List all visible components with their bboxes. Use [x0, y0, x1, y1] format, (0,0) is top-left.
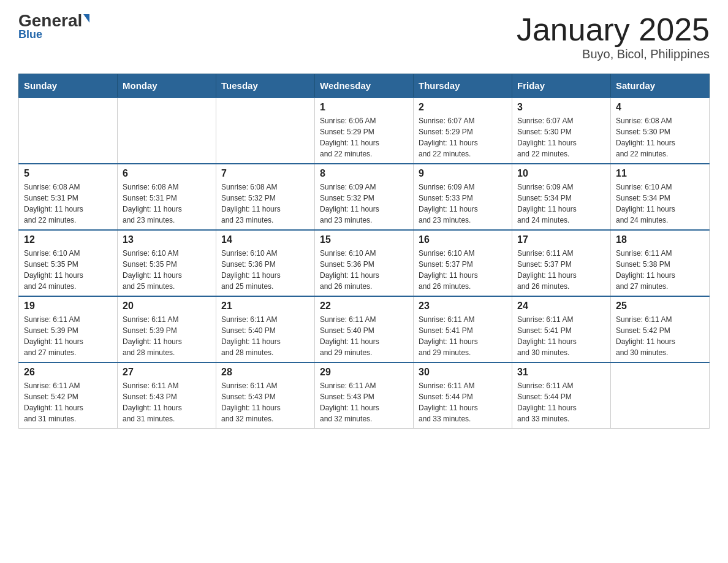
calendar-cell: 13Sunrise: 6:10 AMSunset: 5:35 PMDayligh…: [118, 230, 216, 296]
day-number: 30: [419, 367, 507, 378]
weekday-header-saturday: Saturday: [611, 74, 710, 98]
day-number: 2: [419, 102, 507, 113]
calendar-cell: 14Sunrise: 6:10 AMSunset: 5:36 PMDayligh…: [216, 230, 315, 296]
day-info: Sunrise: 6:09 AMSunset: 5:34 PMDaylight:…: [517, 182, 605, 226]
calendar-cell: [611, 362, 710, 429]
calendar-cell: 25Sunrise: 6:11 AMSunset: 5:42 PMDayligh…: [611, 296, 710, 362]
calendar-table: SundayMondayTuesdayWednesdayThursdayFrid…: [18, 74, 710, 429]
day-number: 19: [24, 301, 112, 312]
calendar-cell: 3Sunrise: 6:07 AMSunset: 5:30 PMDaylight…: [512, 98, 611, 164]
calendar-cell: 16Sunrise: 6:10 AMSunset: 5:37 PMDayligh…: [414, 230, 512, 296]
day-number: 12: [24, 234, 112, 245]
location-title: Buyo, Bicol, Philippines: [517, 47, 710, 61]
title-area: January 2025 Buyo, Bicol, Philippines: [517, 12, 710, 61]
calendar-cell: 18Sunrise: 6:11 AMSunset: 5:38 PMDayligh…: [611, 230, 710, 296]
day-info: Sunrise: 6:11 AMSunset: 5:40 PMDaylight:…: [320, 314, 408, 358]
day-info: Sunrise: 6:11 AMSunset: 5:39 PMDaylight:…: [24, 314, 112, 358]
calendar-cell: 31Sunrise: 6:11 AMSunset: 5:44 PMDayligh…: [512, 362, 611, 429]
day-number: 6: [123, 168, 211, 179]
day-number: 22: [320, 301, 408, 312]
day-info: Sunrise: 6:11 AMSunset: 5:44 PMDaylight:…: [419, 380, 507, 424]
day-info: Sunrise: 6:11 AMSunset: 5:43 PMDaylight:…: [320, 380, 408, 424]
calendar-cell: 17Sunrise: 6:11 AMSunset: 5:37 PMDayligh…: [512, 230, 611, 296]
week-row-1: 1Sunrise: 6:06 AMSunset: 5:29 PMDaylight…: [19, 98, 710, 164]
calendar-cell: 29Sunrise: 6:11 AMSunset: 5:43 PMDayligh…: [315, 362, 414, 429]
calendar-cell: 20Sunrise: 6:11 AMSunset: 5:39 PMDayligh…: [118, 296, 216, 362]
week-row-4: 19Sunrise: 6:11 AMSunset: 5:39 PMDayligh…: [19, 296, 710, 362]
day-info: Sunrise: 6:11 AMSunset: 5:44 PMDaylight:…: [517, 380, 605, 424]
day-info: Sunrise: 6:08 AMSunset: 5:32 PMDaylight:…: [221, 182, 309, 226]
day-number: 29: [320, 367, 408, 378]
day-number: 11: [616, 168, 704, 179]
day-info: Sunrise: 6:11 AMSunset: 5:42 PMDaylight:…: [24, 380, 112, 424]
calendar-cell: 23Sunrise: 6:11 AMSunset: 5:41 PMDayligh…: [414, 296, 512, 362]
day-number: 24: [517, 301, 605, 312]
calendar-cell: 5Sunrise: 6:08 AMSunset: 5:31 PMDaylight…: [19, 164, 118, 230]
day-info: Sunrise: 6:11 AMSunset: 5:37 PMDaylight:…: [517, 248, 605, 292]
calendar-cell: 19Sunrise: 6:11 AMSunset: 5:39 PMDayligh…: [19, 296, 118, 362]
day-info: Sunrise: 6:10 AMSunset: 5:36 PMDaylight:…: [320, 248, 408, 292]
day-info: Sunrise: 6:11 AMSunset: 5:40 PMDaylight:…: [221, 314, 309, 358]
month-title: January 2025: [517, 12, 710, 47]
day-number: 7: [221, 168, 309, 179]
day-number: 31: [517, 367, 605, 378]
calendar-cell: 6Sunrise: 6:08 AMSunset: 5:31 PMDaylight…: [118, 164, 216, 230]
day-number: 28: [221, 367, 309, 378]
day-number: 1: [320, 102, 408, 113]
week-row-5: 26Sunrise: 6:11 AMSunset: 5:42 PMDayligh…: [19, 362, 710, 429]
weekday-header-thursday: Thursday: [414, 74, 512, 98]
day-info: Sunrise: 6:11 AMSunset: 5:43 PMDaylight:…: [221, 380, 309, 424]
weekday-header-wednesday: Wednesday: [315, 74, 414, 98]
day-info: Sunrise: 6:10 AMSunset: 5:37 PMDaylight:…: [419, 248, 507, 292]
day-number: 13: [123, 234, 211, 245]
day-number: 18: [616, 234, 704, 245]
calendar-cell: 22Sunrise: 6:11 AMSunset: 5:40 PMDayligh…: [315, 296, 414, 362]
calendar-cell: 4Sunrise: 6:08 AMSunset: 5:30 PMDaylight…: [611, 98, 710, 164]
day-info: Sunrise: 6:09 AMSunset: 5:32 PMDaylight:…: [320, 182, 408, 226]
logo-main-text: General: [18, 12, 82, 29]
calendar-cell: [19, 98, 118, 164]
calendar-cell: 15Sunrise: 6:10 AMSunset: 5:36 PMDayligh…: [315, 230, 414, 296]
calendar-cell: 11Sunrise: 6:10 AMSunset: 5:34 PMDayligh…: [611, 164, 710, 230]
day-info: Sunrise: 6:08 AMSunset: 5:31 PMDaylight:…: [24, 182, 112, 226]
day-number: 15: [320, 234, 408, 245]
day-info: Sunrise: 6:10 AMSunset: 5:34 PMDaylight:…: [616, 182, 704, 226]
logo-sub-text: Blue: [18, 28, 42, 41]
weekday-header-row: SundayMondayTuesdayWednesdayThursdayFrid…: [19, 74, 710, 98]
day-number: 26: [24, 367, 112, 378]
day-number: 27: [123, 367, 211, 378]
day-number: 8: [320, 168, 408, 179]
day-info: Sunrise: 6:11 AMSunset: 5:43 PMDaylight:…: [123, 380, 211, 424]
logo: General Blue: [18, 12, 89, 41]
header: General Blue January 2025 Buyo, Bicol, P…: [18, 12, 710, 61]
calendar-cell: [118, 98, 216, 164]
calendar-cell: 10Sunrise: 6:09 AMSunset: 5:34 PMDayligh…: [512, 164, 611, 230]
logo-triangle-icon: [83, 14, 89, 23]
day-number: 25: [616, 301, 704, 312]
day-number: 3: [517, 102, 605, 113]
day-info: Sunrise: 6:09 AMSunset: 5:33 PMDaylight:…: [419, 182, 507, 226]
day-info: Sunrise: 6:08 AMSunset: 5:30 PMDaylight:…: [616, 115, 704, 159]
day-number: 20: [123, 301, 211, 312]
day-info: Sunrise: 6:11 AMSunset: 5:41 PMDaylight:…: [419, 314, 507, 358]
day-number: 16: [419, 234, 507, 245]
day-info: Sunrise: 6:10 AMSunset: 5:36 PMDaylight:…: [221, 248, 309, 292]
day-number: 4: [616, 102, 704, 113]
week-row-2: 5Sunrise: 6:08 AMSunset: 5:31 PMDaylight…: [19, 164, 710, 230]
day-info: Sunrise: 6:10 AMSunset: 5:35 PMDaylight:…: [123, 248, 211, 292]
weekday-header-tuesday: Tuesday: [216, 74, 315, 98]
calendar-cell: 30Sunrise: 6:11 AMSunset: 5:44 PMDayligh…: [414, 362, 512, 429]
calendar-cell: 28Sunrise: 6:11 AMSunset: 5:43 PMDayligh…: [216, 362, 315, 429]
day-info: Sunrise: 6:08 AMSunset: 5:31 PMDaylight:…: [123, 182, 211, 226]
day-info: Sunrise: 6:11 AMSunset: 5:42 PMDaylight:…: [616, 314, 704, 358]
day-info: Sunrise: 6:07 AMSunset: 5:30 PMDaylight:…: [517, 115, 605, 159]
day-info: Sunrise: 6:11 AMSunset: 5:41 PMDaylight:…: [517, 314, 605, 358]
calendar-cell: [216, 98, 315, 164]
day-number: 17: [517, 234, 605, 245]
day-number: 9: [419, 168, 507, 179]
calendar-cell: 8Sunrise: 6:09 AMSunset: 5:32 PMDaylight…: [315, 164, 414, 230]
day-number: 23: [419, 301, 507, 312]
day-number: 21: [221, 301, 309, 312]
day-info: Sunrise: 6:11 AMSunset: 5:39 PMDaylight:…: [123, 314, 211, 358]
day-info: Sunrise: 6:06 AMSunset: 5:29 PMDaylight:…: [320, 115, 408, 159]
